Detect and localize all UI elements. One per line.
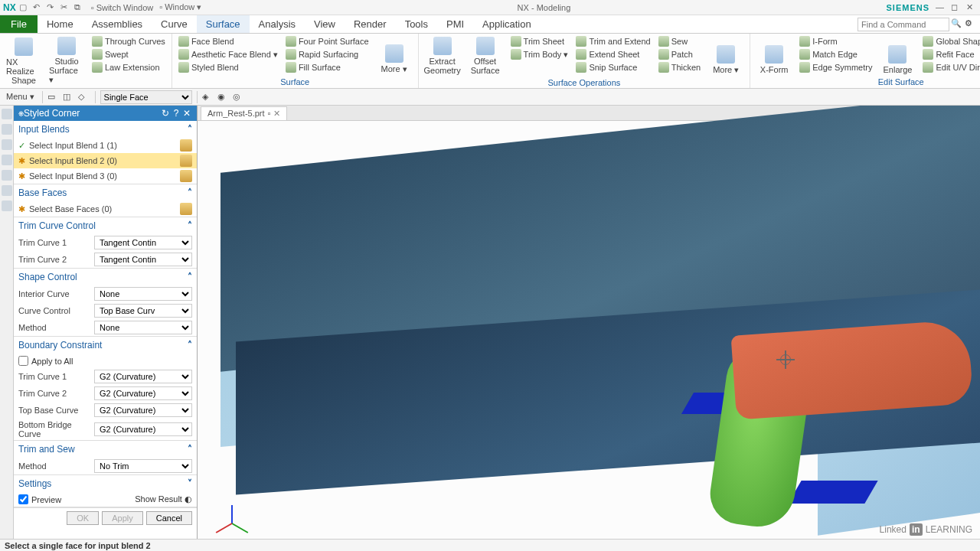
section-trim-curve[interactable]: Trim Curve Control˄ (14, 217, 197, 234)
reuse-library-icon[interactable] (2, 155, 12, 165)
tab-tools[interactable]: Tools (396, 15, 437, 33)
method-select[interactable]: None (94, 321, 192, 334)
face-blend-button[interactable]: Face Blend (177, 35, 279, 47)
rapid-surfacing-button[interactable]: Rapid Surfacing (284, 48, 371, 60)
offset-surface-button[interactable]: OffsetSurface (466, 35, 505, 77)
select-blend-1[interactable]: ✓Select Input Blend 1 (1) (14, 138, 197, 153)
ts-method-select[interactable]: No Trim (94, 459, 192, 473)
tab-view[interactable]: View (305, 15, 345, 33)
datum-face[interactable] (788, 481, 877, 504)
file-menu[interactable]: File (0, 15, 38, 33)
edit-uv-button[interactable]: Edit U/V Direction (921, 61, 980, 73)
help-dialog-icon[interactable]: ? (171, 108, 181, 119)
help-icon[interactable]: ⚙ (965, 18, 977, 31)
bc-bottom-select[interactable]: G2 (Curvature) (94, 422, 192, 436)
section-input-blends[interactable]: Input Blends˄ (14, 121, 197, 138)
iform-button[interactable]: I-Form (798, 35, 874, 47)
bc-trim2-select[interactable]: G2 (Curvature) (94, 386, 192, 400)
tab-assemblies[interactable]: Assemblies (83, 15, 152, 33)
pin-doc-icon[interactable]: ▫ (268, 109, 271, 118)
tb-icon-c[interactable]: ◎ (233, 92, 245, 103)
close-icon[interactable]: ✕ (966, 2, 977, 13)
section-boundary[interactable]: Boundary Constraint˄ (14, 337, 197, 354)
fill-surface-button[interactable]: Fill Surface (284, 61, 371, 73)
part-navigator-icon[interactable] (2, 109, 12, 119)
menu-dropdown[interactable]: Menu ▾ (3, 92, 38, 102)
bc-top-select[interactable]: G2 (Curvature) (94, 403, 192, 417)
studio-surface-button[interactable]: StudioSurface ▾ (47, 35, 86, 86)
section-trim-sew[interactable]: Trim and Sew˄ (14, 441, 197, 458)
snip-surface-button[interactable]: Snip Surface (574, 61, 652, 73)
sel-icon-1[interactable]: ▭ (47, 92, 60, 103)
select-blend-2[interactable]: ✱Select Input Blend 2 (0) (14, 153, 197, 168)
global-shaping-button[interactable]: Global Shaping (921, 35, 980, 47)
history-icon[interactable] (2, 170, 12, 181)
surface-ops-more-button[interactable]: More ▾ (707, 35, 745, 77)
close-dialog-icon[interactable]: ✕ (181, 108, 192, 119)
refit-face-button[interactable]: Refit Face (921, 48, 980, 60)
sew-button[interactable]: Sew (657, 35, 703, 47)
section-base-faces[interactable]: Base Faces˄ (14, 184, 197, 201)
sel-icon-2[interactable]: ◫ (63, 92, 75, 103)
undo-icon[interactable]: ↶ (33, 2, 44, 13)
document-tab[interactable]: Arm_Rest-5.prt▫✕ (201, 106, 287, 120)
pin-icon[interactable]: ⎈ (18, 108, 24, 119)
styled-blend-button[interactable]: Styled Blend (177, 61, 279, 73)
search-input[interactable] (858, 18, 949, 31)
nx-realize-shape-button[interactable]: NX RealizeShape (5, 35, 43, 86)
selected-blend-surface[interactable] (731, 319, 974, 419)
through-curves-button[interactable]: Through Curves (90, 35, 167, 47)
trim-extend-button[interactable]: Trim and Extend (574, 35, 652, 47)
copy-icon[interactable]: ⧉ (74, 2, 85, 13)
four-point-surface-button[interactable]: Four Point Surface (284, 35, 371, 47)
select-blend-3[interactable]: ✱Select Input Blend 3 (0) (14, 168, 197, 184)
tab-pmi[interactable]: PMI (437, 15, 473, 33)
enlarge-button[interactable]: Enlarge (878, 35, 916, 76)
tb-icon-b[interactable]: ◉ (217, 92, 230, 103)
tab-home[interactable]: Home (38, 15, 83, 33)
select-base-faces[interactable]: ✱Select Base Faces (0) (14, 201, 197, 217)
graphics-viewport[interactable]: Arm_Rest-5.prt▫✕ (198, 106, 980, 539)
trim-curve-2-select[interactable]: Tangent Contin (94, 253, 192, 266)
patch-button[interactable]: Patch (657, 48, 703, 60)
apply-all-checkbox[interactable] (18, 356, 28, 366)
window-menu[interactable]: ▫ Window ▾ (159, 2, 201, 12)
surface-more-button[interactable]: More ▾ (375, 35, 413, 76)
apply-button[interactable]: Apply (102, 511, 143, 525)
assembly-navigator-icon[interactable] (2, 124, 12, 135)
curve-control-select[interactable]: Top Base Curv (94, 304, 192, 318)
sel-icon-3[interactable]: ◇ (78, 92, 90, 103)
show-result-button[interactable]: Show Result ◐ (135, 494, 192, 504)
section-settings[interactable]: Settings˅ (14, 475, 197, 492)
thicken-button[interactable]: Thicken (657, 61, 703, 73)
tb-icon-a[interactable]: ◈ (202, 92, 214, 103)
match-edge-button[interactable]: Match Edge (798, 48, 874, 60)
cut-icon[interactable]: ✂ (60, 2, 71, 13)
trim-curve-1-select[interactable]: Tangent Contin (94, 236, 192, 249)
minimize-icon[interactable]: — (936, 2, 946, 13)
switch-window-button[interactable]: ▫ Switch Window (91, 3, 154, 12)
search-icon[interactable]: 🔍 (951, 18, 963, 31)
bc-trim1-select[interactable]: G2 (Curvature) (94, 370, 192, 383)
ok-button[interactable]: OK (67, 511, 99, 525)
section-shape-control[interactable]: Shape Control˄ (14, 269, 197, 285)
trim-sheet-button[interactable]: Trim Sheet (509, 35, 570, 47)
view-triad[interactable] (213, 493, 251, 531)
interior-curve-select[interactable]: None (94, 287, 192, 301)
tab-analysis[interactable]: Analysis (250, 15, 305, 33)
preview-checkbox[interactable] (18, 494, 28, 504)
tab-curve[interactable]: Curve (152, 15, 197, 33)
extract-geometry-button[interactable]: ExtractGeometry (423, 35, 462, 77)
close-doc-icon[interactable]: ✕ (273, 109, 280, 119)
cancel-button[interactable]: Cancel (146, 511, 192, 525)
xform-button[interactable]: X-Form (755, 35, 793, 76)
tab-application[interactable]: Application (473, 15, 541, 33)
web-browser-icon[interactable] (2, 201, 12, 211)
maximize-icon[interactable]: ◻ (951, 2, 962, 13)
save-icon[interactable]: ▢ (19, 2, 30, 13)
3d-scene[interactable] (198, 121, 980, 539)
extend-sheet-button[interactable]: Extend Sheet (574, 48, 652, 60)
redo-icon[interactable]: ↷ (47, 2, 57, 13)
trim-body-button[interactable]: Trim Body ▾ (509, 48, 570, 60)
selection-filter[interactable]: Single Face (100, 90, 192, 104)
